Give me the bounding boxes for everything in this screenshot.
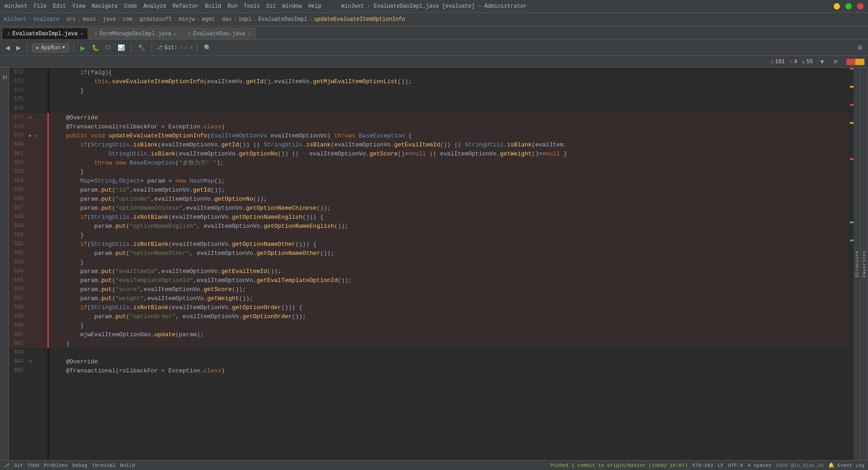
- warning-count[interactable]: ⚠ 191: [770, 58, 785, 65]
- back-button[interactable]: ◀: [4, 43, 12, 52]
- inspection-count[interactable]: ⚠ 55: [802, 58, 813, 65]
- menu-window[interactable]: Window: [283, 3, 302, 9]
- gutter-line-583: 583: [9, 167, 47, 176]
- menu-analyze[interactable]: Analyze: [143, 3, 166, 9]
- menu-code[interactable]: Code: [124, 3, 137, 9]
- menu-tools[interactable]: Tools: [244, 3, 260, 9]
- fold-icon-604[interactable]: ⊖: [27, 359, 33, 364]
- todo-label[interactable]: TODO: [28, 463, 39, 468]
- terminal-label[interactable]: Terminal: [92, 463, 116, 468]
- breadcrumb-impl[interactable]: impl: [238, 16, 251, 23]
- breadcrumb-qzdatasoft[interactable]: qzdatasoft: [139, 16, 172, 23]
- forward-button[interactable]: ▶: [14, 43, 23, 52]
- structure-panel[interactable]: Structure: [854, 68, 861, 460]
- close-warnings-button[interactable]: ✕: [831, 57, 840, 66]
- build-button[interactable]: 🔨: [136, 43, 147, 52]
- breadcrumb-com[interactable]: com: [123, 16, 132, 23]
- menu-minJwxt[interactable]: minJwxt: [5, 3, 27, 9]
- breadcrumb-java[interactable]: java: [103, 16, 116, 23]
- breadcrumb-minjw[interactable]: minjw: [179, 16, 195, 23]
- code-area[interactable]: if(falg){ this.saveEvaluateItemOptionInf…: [49, 68, 848, 460]
- encoding[interactable]: UTF-8: [728, 463, 743, 468]
- settings-button[interactable]: ⚙: [855, 43, 864, 52]
- code-line-596: param.put("score",evalItemOptionVo.getSc…: [49, 285, 848, 294]
- tab-evaluatedao[interactable]: J EvaluateDao.java ✕: [183, 28, 256, 39]
- tab-label-dormmanage: DormManageDaoImpl.java: [99, 31, 171, 37]
- error-count[interactable]: ✕ 4: [789, 58, 797, 65]
- maximize-button[interactable]: [845, 3, 852, 9]
- close-button[interactable]: [857, 3, 863, 9]
- code-line-603: [49, 348, 848, 357]
- menu-refactor[interactable]: Refactor: [173, 3, 199, 9]
- code-line-592: param.put("optionNameOther", evalItemOpt…: [49, 249, 848, 258]
- code-line-578: @Transactional(rollbackFor = Exception.c…: [49, 122, 848, 131]
- problems-label[interactable]: Problems: [44, 463, 68, 468]
- profile-button[interactable]: 📊: [116, 43, 127, 52]
- java-file-icon-2: J: [94, 31, 97, 37]
- code-line-588: if(StringUtils.isNotBlank(evalItemOption…: [49, 212, 848, 221]
- breadcrumb-minJwxt[interactable]: minJwxt: [4, 16, 26, 23]
- java-interface-icon: J: [188, 31, 191, 37]
- debug-button[interactable]: 🐛: [90, 43, 101, 52]
- editor-area: ☰ 572 573 574 575 576: [0, 68, 868, 460]
- tab-close-evaluatedao[interactable]: ✕: [248, 31, 251, 37]
- breadcrumb-evaluate[interactable]: evaluate: [33, 16, 60, 23]
- menu-edit[interactable]: Edit: [53, 3, 66, 9]
- indent-spaces[interactable]: 4 spaces: [748, 463, 772, 468]
- coverage-button[interactable]: 🛡: [104, 43, 113, 52]
- menu-file[interactable]: File: [33, 3, 47, 9]
- run-button[interactable]: ▶: [79, 43, 87, 52]
- code-scroll: if(falg){ this.saveEvaluateItemOptionInf…: [49, 68, 848, 460]
- menu-git[interactable]: Git: [266, 3, 276, 9]
- breadcrumb-main[interactable]: main: [83, 16, 96, 23]
- warning-number: 191: [775, 59, 785, 65]
- implement-icon-579[interactable]: ⊙: [33, 133, 40, 138]
- tab-close-evaluatedaoimpl[interactable]: ✕: [80, 31, 83, 37]
- breadcrumb-dao[interactable]: dao: [222, 16, 232, 23]
- code-line-601: mjwEvalItemOptionDao.update(param);: [49, 330, 848, 339]
- apprun-button[interactable]: ▶ AppRun ▼: [32, 43, 69, 52]
- build-label[interactable]: Build: [120, 463, 135, 468]
- java-file-icon: J: [7, 31, 10, 37]
- error-marker-1: [850, 68, 854, 70]
- menu-build[interactable]: Build: [205, 3, 221, 9]
- favorites-panel[interactable]: Favorites: [861, 68, 868, 460]
- code-line-591: if(StringUtils.isNotBlank(evalItemOption…: [49, 240, 848, 249]
- code-line-582: throw new BaseException("参数为空! ");: [49, 158, 848, 167]
- gutter-line-572: 572: [9, 68, 47, 77]
- breadcrumb-src[interactable]: src: [66, 16, 76, 23]
- minimize-button[interactable]: [834, 3, 840, 9]
- tab-label-evaluatedaoimpl: EvaluateDaoImpl.java: [13, 31, 78, 37]
- gutter-line-594: 594: [9, 267, 47, 276]
- menu-navigate[interactable]: Navigate: [92, 3, 118, 9]
- line-ending[interactable]: LF: [717, 463, 723, 468]
- tab-close-dormmanage[interactable]: ✕: [174, 31, 177, 37]
- run-icon-579[interactable]: ▶: [27, 133, 33, 138]
- gutter-line-596: 596: [9, 285, 47, 294]
- tab-dormmanage[interactable]: J DormManageDaoImpl.java ✕: [89, 28, 182, 39]
- git-label[interactable]: Git: [14, 463, 23, 468]
- menu-run[interactable]: Run: [227, 3, 237, 9]
- inspection-number: 55: [807, 59, 813, 65]
- breadcrumb-evaluatedaoimpl[interactable]: EvaluateDaoImpl: [258, 16, 307, 23]
- title-bar: minJwxt File Edit View Navigate Code Ana…: [0, 0, 868, 13]
- code-line-574: }: [49, 86, 848, 95]
- debug-label[interactable]: Debug: [72, 463, 87, 468]
- menu-view[interactable]: View: [72, 3, 85, 9]
- gutter-line-587: 587: [9, 203, 47, 212]
- menu-help[interactable]: Help: [308, 3, 321, 9]
- breadcrumb-mgmt[interactable]: mgmt: [202, 16, 215, 23]
- code-line-573: this.saveEvaluateItemOptionInfo(evalItem…: [49, 77, 848, 86]
- git-status-icon[interactable]: ⎇: [4, 462, 9, 468]
- code-line-602: }: [49, 339, 848, 348]
- sidebar-toggle[interactable]: ☰: [1, 75, 7, 80]
- breadcrumb-method[interactable]: updateEvaluateItemOptionInfo: [314, 16, 406, 23]
- event-log[interactable]: 🔔 Event Log: [828, 462, 864, 468]
- tab-evaluatedaoimpl[interactable]: J EvaluateDaoImpl.java ✕: [2, 28, 88, 39]
- bottom-left-items: ⎇ Git TODO Problems Debug Terminal Build: [4, 462, 135, 468]
- expand-warnings-button[interactable]: ▼: [817, 57, 827, 66]
- fold-icon-577[interactable]: ⊖: [27, 115, 33, 120]
- gutter-line-582: 582: [9, 158, 47, 167]
- search-button[interactable]: 🔍: [202, 43, 213, 52]
- apprun-dropdown-icon: ▼: [62, 45, 65, 50]
